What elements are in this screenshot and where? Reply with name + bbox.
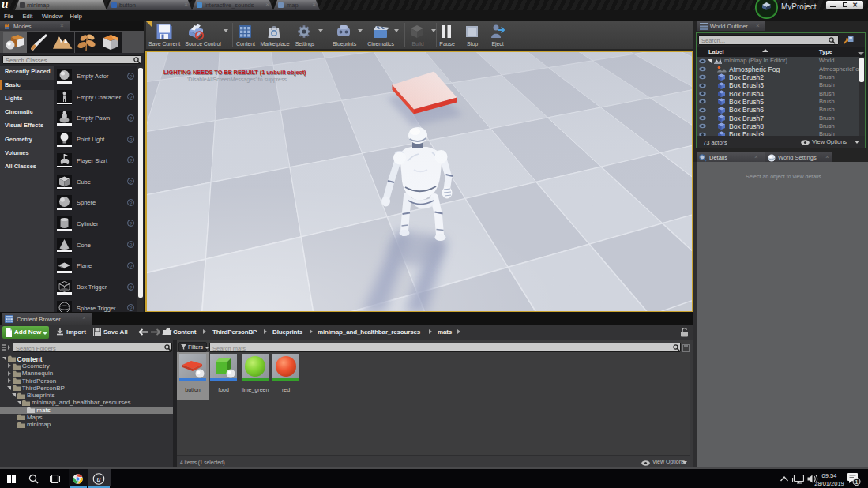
svg-text:u: u: [97, 475, 101, 483]
svg-text:1: 1: [855, 479, 859, 486]
